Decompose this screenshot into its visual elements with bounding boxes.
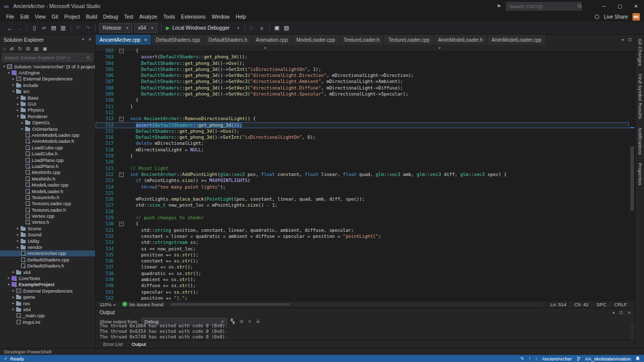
- tree-item-opengl[interactable]: ▸OpenGL: [0, 120, 95, 126]
- tree-item-coretests[interactable]: ▸CoreTests: [0, 275, 95, 281]
- output-log[interactable]: The thread 0x18b4 has exited with code 0…: [96, 323, 635, 340]
- code-line[interactable]: 513− void AncientArcher::RemoveDirection…: [96, 116, 629, 122]
- code-line[interactable]: 512: [96, 110, 629, 116]
- close-button[interactable]: ✕: [628, 0, 644, 12]
- tree-item-aaengine[interactable]: ▾AAEngine: [0, 69, 95, 75]
- tree-item-physics[interactable]: ▸Physics: [0, 107, 95, 113]
- tab-defaultshaders-h[interactable]: DefaultShaders.h: [204, 35, 252, 45]
- code-line[interactable]: 539 ambient += ss.str();: [96, 277, 629, 283]
- stop-icon[interactable]: ■: [257, 23, 267, 33]
- redo-icon[interactable]: ↷: [83, 23, 93, 33]
- menu-git[interactable]: Git: [49, 13, 61, 21]
- tab-textureloader-h[interactable]: TextureLoader.h: [340, 35, 384, 45]
- chevron-down-icon[interactable]: ▾: [612, 310, 614, 315]
- code-line[interactable]: 531 std::string position, constant, line…: [96, 227, 629, 233]
- code-line[interactable]: 505 DefaultShaders::get_phong_3d()->SetI…: [96, 66, 629, 72]
- run-without-debugging-icon[interactable]: ▷: [248, 23, 257, 33]
- side-tab-notifications[interactable]: Notifications: [637, 128, 642, 155]
- menu-file[interactable]: File: [3, 13, 17, 21]
- tree-item-include[interactable]: ▸include: [0, 82, 95, 88]
- tab-animmodelloader-h[interactable]: AnimModelLoader.h: [434, 35, 488, 45]
- home-icon[interactable]: ⌂: [3, 46, 6, 51]
- tree-item-scene[interactable]: ▸Scene: [0, 225, 95, 231]
- scrollbar-thumb[interactable]: [630, 146, 634, 211]
- tree-item-ancientarcher-cpp[interactable]: AncientArcher.cpp: [0, 250, 95, 256]
- code-line[interactable]: 509 DefaultShaders::get_phong_3d()->SetV…: [96, 91, 629, 97]
- tree-item-modelloader-cpp[interactable]: ModelLoader.cpp: [0, 182, 95, 188]
- tree-item-defaultshaders-h[interactable]: DefaultShaders.h: [0, 263, 95, 269]
- code-line[interactable]: 526 mPointLights.emplace_back(PointLight…: [96, 196, 629, 202]
- save-icon[interactable]: ▤: [49, 23, 58, 33]
- code-line[interactable]: 530− {: [96, 221, 629, 227]
- tree-item-loadplane-cpp[interactable]: LoadPlane.cpp: [0, 157, 95, 163]
- menu-window[interactable]: Window: [209, 13, 233, 21]
- panel-tab-output[interactable]: Output: [128, 341, 150, 347]
- tree-item-meshinfo-h[interactable]: MeshInfo.h: [0, 175, 95, 182]
- code-line[interactable]: 510 }: [96, 97, 629, 103]
- comment-icon[interactable]: ▧: [282, 23, 291, 33]
- code-line[interactable]: 503 assert(DefaultShaders::get_phong_3d(…: [96, 54, 629, 60]
- tree-item-external-dependencies[interactable]: ▸External Dependencies: [0, 76, 95, 82]
- maximize-button[interactable]: ▢: [612, 0, 628, 12]
- close-icon[interactable]: ✕: [144, 38, 147, 42]
- menu-project[interactable]: Project: [61, 13, 83, 21]
- editor-vertical-scrollbar[interactable]: [629, 52, 635, 300]
- tree-item-utility[interactable]: ▸Utility: [0, 238, 95, 244]
- side-tab-properties[interactable]: Properties: [637, 163, 642, 186]
- split-window-icon[interactable]: ⊡: [628, 37, 631, 42]
- tree-item-vendor[interactable]: ▸vendor: [0, 244, 95, 250]
- open-file-icon[interactable]: ▱: [39, 23, 49, 33]
- tree-item-sound[interactable]: ▸Sound: [0, 232, 95, 238]
- refresh-icon[interactable]: ↻: [18, 46, 22, 51]
- active-files-list-icon[interactable]: ▾: [622, 37, 624, 42]
- code-line[interactable]: 516 DefaultShaders::get_phong_3d()->SetI…: [96, 134, 629, 140]
- tree-item-loadplane-h[interactable]: LoadPlane.h: [0, 163, 95, 169]
- developer-powershell-tab[interactable]: Developer PowerShell: [4, 349, 51, 354]
- tree-item-animmodelloader-cpp[interactable]: AnimModelLoader.cpp: [0, 132, 95, 138]
- menu-tools[interactable]: Tools: [160, 13, 178, 21]
- code-line[interactable]: 523 if (mPointLights.size() >= MAXPOINTL…: [96, 177, 629, 184]
- close-icon[interactable]: ✕: [627, 310, 631, 315]
- code-area[interactable]: 502− {503 assert(DefaultShaders::get_pho…: [96, 48, 629, 300]
- code-line[interactable]: 522− int AncientArcher::AddPointLight(gl…: [96, 171, 629, 177]
- menu-test[interactable]: Test: [121, 13, 136, 21]
- code-line[interactable]: 508 DefaultShaders::get_phong_3d()->SetV…: [96, 85, 629, 91]
- tree-item-x64[interactable]: ▸x64: [0, 306, 95, 312]
- code-line[interactable]: 519 }: [96, 153, 629, 159]
- find-in-files-icon[interactable]: ▣: [272, 23, 282, 33]
- tree-item-osinterface[interactable]: ▸OSInterface: [0, 126, 95, 132]
- tree-item-solution-ancientarcher-3-of-3-projects[interactable]: ▾Solution 'AncientArcher' (3 of 3 projec…: [0, 63, 95, 69]
- code-line[interactable]: 524 throw("too many point lights");: [96, 184, 629, 190]
- tree-item-exampleproject[interactable]: ▾ExampleProject: [0, 282, 95, 288]
- pending-edits-icon[interactable]: ✎: [520, 356, 524, 361]
- code-line[interactable]: 536 constant += ss.str();: [96, 258, 629, 264]
- tab-animation-cpp[interactable]: Animation.cpp: [252, 35, 292, 45]
- code-line[interactable]: 520: [96, 159, 629, 165]
- output-scrollbar[interactable]: [630, 323, 634, 340]
- start-debugging-button[interactable]: ▶ Local Windows Debugger ▼: [166, 25, 240, 31]
- code-line[interactable]: 521 // Point Light: [96, 165, 629, 171]
- menu-build[interactable]: Build: [83, 13, 100, 21]
- tree-item-gui[interactable]: ▸GUI: [0, 101, 95, 107]
- tree-item-x64[interactable]: ▸x64: [0, 269, 95, 275]
- tree-item-base[interactable]: ▸Base: [0, 95, 95, 101]
- menu-edit[interactable]: Edit: [17, 13, 32, 21]
- pull-icon[interactable]: ↓: [535, 356, 537, 361]
- code-line[interactable]: 538 quadratic += ss.str();: [96, 270, 629, 277]
- code-line[interactable]: 518 mDirectionalLight = NULL;: [96, 147, 629, 153]
- tab-ancientarcher-cpp[interactable]: AncientArcher.cpp✕: [96, 35, 151, 45]
- side-tab-git-changes[interactable]: Git Changes: [637, 39, 642, 66]
- health-indicator-icon[interactable]: ✓: [122, 302, 127, 307]
- panel-tab-error-list[interactable]: Error List: [100, 341, 126, 347]
- code-line[interactable]: 537 linear += ss.str();: [96, 264, 629, 270]
- code-line[interactable]: 527 std::size_t new_point_loc = mPointLi…: [96, 202, 629, 208]
- search-input[interactable]: [509, 4, 576, 9]
- push-icon[interactable]: ↑: [528, 356, 530, 361]
- save-all-icon[interactable]: ▥: [58, 23, 68, 33]
- undo-icon[interactable]: ↶: [73, 23, 83, 33]
- tree-item-textureinfo-h[interactable]: TextureInfo.h: [0, 194, 95, 200]
- code-line[interactable]: 533 std::stringstream ss;: [96, 239, 629, 245]
- tree-item-textureloader-cpp[interactable]: TextureLoader.cpp: [0, 201, 95, 207]
- navigate-back-icon[interactable]: ←: [5, 23, 15, 33]
- menu-view[interactable]: View: [32, 13, 49, 21]
